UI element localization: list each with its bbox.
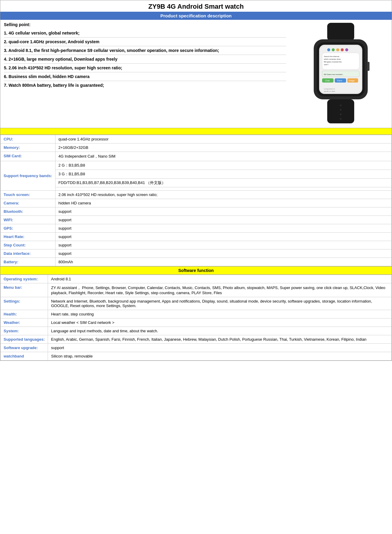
table-row: WIFI:support [1,216,392,224]
spec-label: Software upgrade: [1,344,48,352]
spec-label: SIM Card: [1,152,55,161]
table-row: Weather:Local weather < SIM Card network… [1,318,392,327]
spec-label: Settings: [1,297,48,310]
spec-value: Heart rate, step counting [48,310,392,318]
freq-row: 2 G：B3,B5,B8 [55,161,391,170]
freq-row: 3 G：B1,B5,B8 [55,170,391,179]
spec-label: WIFI: [1,216,55,224]
spec-label: Data interface: [1,249,55,258]
spec-value: 800mAh [55,258,391,266]
table-row: Heart Rate:support [1,233,392,241]
watch-image-area: Search the internet, which company does … [290,20,392,128]
spec-label: Support frequency bands: [1,161,55,191]
svg-rect-0 [327,23,354,41]
svg-point-28 [340,109,342,111]
svg-point-30 [340,118,342,120]
selling-point: 2. quad-core 1.4GHz processor, Android s… [4,38,286,46]
table-row: CPU:quad-core 1.4GHz processor [1,135,392,143]
svg-point-27 [340,104,342,106]
spec-label: Touch screen: [1,191,55,199]
spec-label: Camera: [1,199,55,207]
spec-label: Battery: [1,258,55,266]
yellow-bar [0,128,392,135]
spec-label: Health: [1,310,48,318]
spec-value: support [55,224,391,233]
svg-point-29 [340,113,342,115]
spec-value: Language and input methods, date and tim… [48,327,392,335]
svg-text:image: image [349,80,355,82]
spec-value: Local weather < SIM Card network > [48,318,392,327]
spec-table: CPU:quad-core 1.4GHz processorMemory:2+1… [0,135,392,266]
table-row: Software upgrade:support [1,344,392,352]
spec-value: hidden HD camera [55,199,391,207]
spec-label: Heart Rate: [1,233,55,241]
table-row: System:Language and input methods, date … [1,327,392,335]
table-row: SIM Card:4G Independent Call，Nano SIM [1,152,392,161]
spec-value: ZY AI assistant， Phone, Settings, Browse… [48,283,392,297]
svg-text:Trans: Trans [337,80,342,82]
selling-point: 6. Business slim model, hidden HD camera [4,72,286,81]
spec-label: Step Count: [1,241,55,249]
spec-value: support [48,344,392,352]
svg-text:year?: year? [324,64,329,65]
table-row: Health:Heart rate, step counting [1,310,392,318]
selling-point: 1. 4G cellular version, global network; [4,29,286,38]
table-row: Menu bar:ZY AI assistant， Phone, Setting… [1,283,392,297]
spec-value: support [55,216,391,224]
table-row: Step Count:support [1,241,392,249]
table-row: watchbandSilicon strap, removable [1,352,392,361]
spec-label: Weather: [1,318,48,327]
spec-label: CPU: [1,135,55,143]
table-row: Operating system:Android 8.1 [1,275,392,283]
subtitle-bar: Product specification description [0,12,392,20]
table-row: Memory:2+16GB/2+32GB [1,143,392,152]
spec-label: Menu bar: [1,283,48,297]
svg-point-7 [336,48,339,51]
svg-point-8 [341,48,344,51]
table-row: Support frequency bands:2 G：B3,B5,B83 G：… [1,161,392,191]
table-row: Supported languages:English, Arabic, Ger… [1,335,392,344]
spec-value: 2+16GB/2+32GB [55,143,391,152]
spec-label: GPS: [1,224,55,233]
spec-value: support [55,233,391,241]
svg-text:Bill Gates has invested...: Bill Gates has invested... [324,74,344,75]
watch-svg: Search the internet, which company does … [299,23,383,125]
main-title: ZY9B 4G Android Smart watch [0,0,392,12]
spec-label: Bluetooth: [1,207,55,216]
spec-value: 2.06 inch 410*502 HD resolution, super h… [55,191,391,199]
table-row: Data interface:support [1,249,392,258]
selling-point: 4. 2+16GB, large memory optional, Downlo… [4,55,286,64]
table-row: Settings:Network and Internet, Bluetooth… [1,297,392,310]
svg-point-5 [327,48,330,51]
selling-section: Selling point: 1. 4G cellular version, g… [0,20,392,128]
selling-point: 3. Android 8.1, the first high-performan… [4,46,286,55]
spec-value-multi: 2 G：B3,B5,B83 G：B1,B5,B8FDD/TDD:B1,B3,B5… [55,161,391,191]
table-row: Bluetooth:support [1,207,392,216]
spec-value: Android 8.1 [48,275,392,283]
spec-label: Operating system: [1,275,48,283]
svg-text:Long-press to: Long-press to [324,88,335,90]
spec-value: Silicon strap, removable [48,352,392,361]
table-row: Touch screen:2.06 inch 410*502 HD resolu… [1,191,392,199]
svg-point-9 [345,48,348,51]
spec-value: quad-core 1.4GHz processor [55,135,391,143]
page-wrapper: ZY9B 4G Android Smart watch Product spec… [0,0,392,361]
table-row: Camera:hidden HD camera [1,199,392,207]
svg-text:Bill gates invested this: Bill gates invested this [324,61,342,63]
svg-text:Chat: Chat [325,80,330,82]
spec-label: System: [1,327,48,335]
svg-rect-25 [367,62,370,71]
svg-text:which company does: which company does [324,58,341,60]
software-spec-table: Operating system:Android 8.1Menu bar:ZY … [0,275,392,361]
spec-label: watchband [1,352,48,361]
table-row: GPS:support [1,224,392,233]
spec-value: Network and Internet, Bluetooth, backgro… [48,297,392,310]
freq-row: FDD/TDD:B1,B3,B5,B7,B8,B20,B38,B39,B40,B… [55,179,391,187]
spec-value: support [55,249,391,258]
spec-value: English, Arabic, German, Spanish, Farsi,… [48,335,392,344]
spec-value: support [55,207,391,216]
freq-row [55,187,391,190]
selling-text: Selling point: 1. 4G cellular version, g… [0,20,290,128]
svg-text:Search the internet,: Search the internet, [324,56,340,57]
spec-label: Memory: [1,143,55,152]
